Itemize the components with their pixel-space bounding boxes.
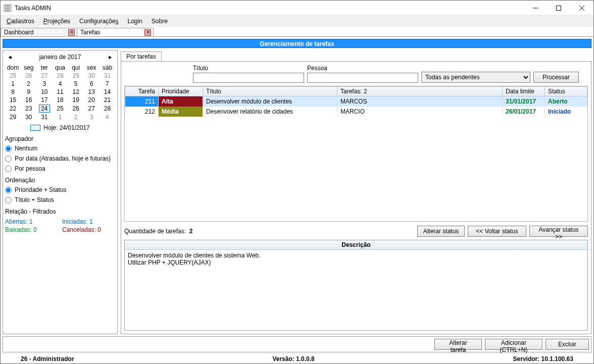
tab-dashboard[interactable]: Dashboard ✕ [1,28,77,36]
calendar-day[interactable]: 30 [21,113,36,121]
calendar-day[interactable]: 27 [84,104,100,113]
col-tarefa[interactable]: Tarefa [125,87,159,96]
tab-close-icon[interactable]: ✕ [68,29,75,36]
calendar-prev-icon[interactable]: ◄ [7,54,13,60]
calendar-day[interactable]: 8 [5,88,21,96]
calendar[interactable]: domsegterquaquisexsáb 252627282930311234… [5,64,115,121]
calendar-day[interactable]: 13 [84,88,100,96]
field-titulo: Título [193,65,304,83]
calendar-day[interactable]: 5 [68,80,84,88]
calendar-day[interactable]: 1 [52,113,68,121]
calendar-day[interactable]: 26 [68,104,84,113]
calendar-day[interactable]: 22 [5,104,21,113]
calendar-day[interactable]: 3 [84,113,100,121]
calendar-day[interactable]: 31 [100,72,115,80]
calendar-day[interactable]: 20 [84,96,100,104]
adicionar-button[interactable]: Adicionar (CTRL+N) [485,339,542,350]
calendar-day[interactable]: 2 [68,113,84,121]
calendar-day[interactable]: 4 [52,80,68,88]
col-tarefas-count[interactable]: Tarefas: 2 [337,87,503,96]
calendar-day[interactable]: 15 [5,96,21,104]
calendar-day[interactable]: 27 [36,72,52,80]
status-user: 26 - Administrador [21,355,74,362]
field-pessoa: Pessoa [307,65,418,83]
calendar-day[interactable]: 29 [5,113,21,121]
calendar-day[interactable]: 19 [68,96,84,104]
calendar-day[interactable]: 21 [100,96,115,104]
calendar-day[interactable]: 4 [100,113,115,121]
calendar-day[interactable]: 28 [100,104,115,113]
status-select[interactable]: Todas as pendentes [421,72,530,83]
table-row[interactable]: 212MédiaDesenvover relatório de cidadesM… [125,107,587,117]
menu-login[interactable]: Login [123,17,146,26]
calendar-day[interactable]: 28 [52,72,68,80]
filter-row: Título Pessoa Todas as pendentes Process… [124,65,588,83]
tab-close-icon[interactable]: ✕ [144,29,151,36]
calendar-day[interactable]: 7 [100,80,115,88]
description-body: Desenvolver módulo de clientes de sistem… [125,250,587,330]
menu-cadastros[interactable]: Cadastros [3,17,38,26]
qty-label: Quantidade de tarefas: 2 [124,228,192,235]
calendar-day[interactable]: 26 [21,72,36,80]
grid-status-line: Quantidade de tarefas: 2 Alterar status … [124,225,588,237]
menu-projecoes[interactable]: Projeções [39,17,74,26]
calendar-day[interactable]: 29 [68,72,84,80]
col-prioridade[interactable]: Prioridade [159,87,203,96]
calendar-day[interactable]: 9 [21,88,36,96]
calendar-day[interactable]: 11 [52,88,68,96]
sidebar: ◄ janeiro de 2017 ► domsegterquaquisexsá… [3,50,118,334]
calendar-day[interactable]: 2 [21,80,36,88]
calendar-day[interactable]: 16 [21,96,36,104]
col-titulo[interactable]: Título [203,87,337,96]
calendar-day[interactable]: 30 [84,72,100,80]
calendar-day[interactable]: 12 [68,88,84,96]
calendar-day[interactable]: 25 [5,72,21,80]
calendar-next-icon[interactable]: ► [108,54,113,60]
voltar-status-button[interactable]: << Voltar status [468,226,526,237]
subtab-bar: Por tarefas [121,50,591,61]
calendar-day[interactable]: 18 [52,96,68,104]
calendar-day[interactable]: 17 [36,96,52,104]
table-row[interactable]: 211AltaDesenvolver módulo de clientesMAR… [125,96,587,107]
calendar-day[interactable]: 25 [52,104,68,113]
tab-tarefas[interactable]: Tarefas ✕ [77,28,154,36]
radio-titulo-status[interactable]: Título + Status [5,196,115,204]
calendar-day[interactable]: 1 [5,80,21,88]
close-button[interactable] [570,1,593,16]
pessoa-input[interactable] [307,73,418,83]
calendar-day[interactable]: 10 [36,88,52,96]
titulo-input[interactable] [193,73,304,83]
stat-baixadas: Baixadas: 0 [5,226,58,233]
calendar-day[interactable]: 3 [36,80,52,88]
maximize-button[interactable] [547,1,570,16]
subtab-portarefas[interactable]: Por tarefas [121,51,162,61]
agrupador-title: Agrupador [5,135,115,142]
menu-configuracoes[interactable]: Configurações [75,17,122,26]
calendar-day[interactable]: 6 [84,80,100,88]
menu-sobre[interactable]: Sobre [147,17,172,26]
calendar-day[interactable]: 23 [21,104,36,113]
col-status[interactable]: Status [545,87,587,96]
radio-porpessoa[interactable]: Por pessoa [5,165,115,173]
processar-button[interactable]: Processar [533,72,579,83]
excluir-button[interactable]: Excluir [546,339,589,350]
col-datalimite[interactable]: Data limite [503,87,545,96]
calendar-today-footer[interactable]: Hoje: 24/01/2017 [5,123,115,131]
avancar-status-button[interactable]: Avançar status >> [529,226,588,237]
minimize-button[interactable] [524,1,547,16]
alterar-status-button[interactable]: Alterar status [417,226,465,237]
tab-label: Tarefas [80,29,100,36]
calendar-day[interactable]: 31 [36,113,52,121]
calendar-header: ◄ janeiro de 2017 ► [5,53,115,62]
stats-block: Abertas: 1 Iniciadas: 1 Baixadas: 0 Canc… [5,218,115,233]
window-title: Tasks ADMIN [15,5,524,12]
alterar-tarefa-button[interactable]: Alterar tarefa [434,339,482,350]
calendar-day[interactable]: 24 [36,104,52,113]
radio-nenhum[interactable]: Nenhum [5,144,115,152]
titulo-label: Título [193,65,304,72]
radio-prio-status[interactable]: Prioridade + Status [5,186,115,194]
today-marker-icon [30,125,40,131]
radio-pordata[interactable]: Por data (Atrasadas, hoje e futuras) [5,154,115,163]
calendar-day[interactable]: 14 [100,88,115,96]
task-grid[interactable]: Tarefa Prioridade Título Tarefas: 2 Data… [124,86,588,222]
